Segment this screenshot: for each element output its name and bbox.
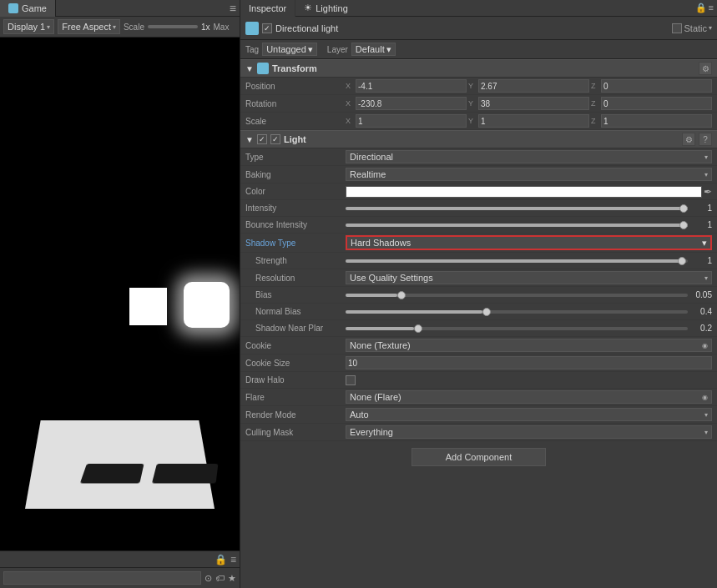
rot-x-label: X: [346, 99, 354, 108]
cookie-label: Cookie: [245, 341, 346, 350]
render-mode-select[interactable]: Auto ▾: [346, 408, 712, 421]
layer-select[interactable]: Default ▾: [351, 43, 396, 56]
cookie-size-row: Cookie Size: [240, 354, 717, 372]
shadow-near-slider[interactable]: [346, 327, 688, 330]
cookie-size-input[interactable]: [346, 356, 712, 369]
active-checkbox[interactable]: [262, 23, 272, 33]
search-icon[interactable]: ⊙: [204, 573, 212, 584]
baking-select[interactable]: Realtime ▾: [346, 168, 712, 181]
cookie-select[interactable]: None (Texture) ◉: [346, 339, 712, 352]
flare-row: Flare None (Flare) ◉: [240, 389, 717, 406]
tab-lock-icon[interactable]: 🔒: [695, 3, 707, 13]
shadow-near-value: 0.2: [346, 324, 712, 333]
inspector-tab-bar: Inspector ☀ Lighting 🔒 ≡: [240, 0, 717, 17]
menu-icon[interactable]: ≡: [230, 554, 236, 565]
bias-slider[interactable]: [346, 294, 688, 297]
bounce-slider[interactable]: [346, 224, 688, 227]
intensity-thumb[interactable]: [679, 204, 688, 213]
rotation-y-input[interactable]: [478, 97, 589, 110]
light-settings-icon[interactable]: ⚙: [682, 133, 695, 146]
transform-title: Transform: [272, 63, 695, 73]
star-icon[interactable]: ★: [228, 573, 236, 584]
shadow-near-thumb[interactable]: [414, 324, 422, 333]
flare-select-label: None (Flare): [350, 392, 401, 402]
cookie-arrow-icon: ◉: [702, 342, 708, 349]
light-section-icons: ⚙ ?: [682, 133, 712, 146]
shadow-type-label: Shadow Type: [245, 239, 346, 248]
rotation-label: Rotation: [245, 99, 346, 108]
shadow-type-select-label: Hard Shadows: [351, 238, 411, 248]
normal-bias-thumb[interactable]: [482, 308, 491, 316]
normal-bias-row: Normal Bias 0.4: [240, 304, 717, 320]
game-tab-menu[interactable]: ≡: [226, 2, 240, 15]
light-enabled-checkbox[interactable]: [270, 134, 280, 144]
rotation-z-input[interactable]: [601, 97, 712, 110]
light-help-icon[interactable]: ?: [699, 133, 712, 146]
color-picker[interactable]: [346, 186, 702, 198]
scale-slider[interactable]: [148, 25, 198, 28]
aspect-select[interactable]: Free Aspect ▾: [58, 19, 120, 34]
normal-bias-slider[interactable]: [346, 310, 688, 314]
position-y-input[interactable]: [478, 79, 589, 93]
scale-z-label: Z: [591, 117, 599, 125]
static-arrow-icon[interactable]: ▾: [709, 24, 712, 32]
type-select[interactable]: Directional ▾: [346, 150, 712, 163]
scale-z-input[interactable]: [601, 114, 712, 128]
scale-x-input[interactable]: [356, 114, 467, 128]
game-tab[interactable]: Game: [0, 0, 56, 17]
white-object-small: [129, 288, 167, 325]
shadow-type-select[interactable]: Hard Shadows ▾: [346, 235, 712, 250]
draw-halo-checkbox[interactable]: [346, 375, 356, 385]
game-toolbar: Display 1 ▾ Free Aspect ▾ Scale 1x Max: [0, 17, 240, 38]
light-active-checkbox[interactable]: [257, 134, 267, 144]
lighting-tab-label: Lighting: [316, 3, 348, 13]
strength-slider[interactable]: [346, 259, 688, 263]
tag-arrow-icon: ▾: [308, 44, 313, 55]
shadow-near-value-label: 0.2: [691, 324, 712, 333]
game-viewport: [0, 38, 240, 550]
cookie-value: None (Texture) ◉: [346, 339, 712, 352]
bounce-thumb[interactable]: [679, 221, 688, 229]
lighting-tab[interactable]: ☀ Lighting: [295, 0, 356, 17]
inspector-tab[interactable]: Inspector: [240, 0, 295, 17]
rotation-x-input[interactable]: [356, 97, 467, 110]
tag-icon[interactable]: 🏷: [215, 573, 225, 583]
intensity-value: 1: [346, 204, 712, 213]
resolution-select-label: Use Quality Settings: [350, 273, 433, 283]
position-x-input[interactable]: [356, 79, 467, 93]
baking-select-label: Realtime: [350, 169, 386, 179]
color-dropper-icon[interactable]: ✒: [704, 186, 712, 198]
culling-mask-select-label: Everything: [350, 427, 393, 437]
static-checkbox[interactable]: [672, 23, 682, 33]
lock-icon[interactable]: 🔒: [215, 554, 227, 565]
inspector-tab-label: Inspector: [249, 3, 286, 13]
baking-label: Baking: [245, 170, 346, 179]
layer-label: Layer: [327, 45, 348, 54]
bias-label: Bias: [245, 290, 346, 299]
resolution-select[interactable]: Use Quality Settings ▾: [346, 271, 712, 284]
culling-mask-select[interactable]: Everything ▾: [346, 425, 712, 439]
shadow-near-row: Shadow Near Plar 0.2: [240, 320, 717, 337]
scale-prop-label: Scale: [245, 117, 346, 126]
search-input[interactable]: [3, 571, 201, 585]
display-select[interactable]: Display 1 ▾: [3, 19, 54, 34]
light-arrow-icon[interactable]: ▼: [245, 135, 254, 144]
position-value: X Y Z: [346, 79, 712, 93]
transform-settings-icon[interactable]: ⚙: [699, 62, 712, 75]
intensity-slider[interactable]: [346, 207, 688, 210]
position-z-input[interactable]: [601, 79, 712, 93]
scale-y-input[interactable]: [478, 114, 589, 128]
flare-select[interactable]: None (Flare) ◉: [346, 390, 712, 404]
tag-select[interactable]: Untagged ▾: [262, 43, 317, 56]
add-component-button[interactable]: Add Component: [412, 448, 547, 466]
tab-menu-icon[interactable]: ≡: [709, 3, 714, 13]
transform-arrow-icon[interactable]: ▼: [245, 64, 254, 73]
bias-thumb[interactable]: [397, 291, 406, 299]
resolution-arrow-icon: ▾: [704, 274, 708, 282]
position-row: Position X Y Z: [240, 78, 717, 95]
culling-mask-row: Culling Mask Everything ▾: [240, 424, 717, 441]
strength-thumb[interactable]: [678, 257, 686, 265]
normal-bias-value: 0.4: [346, 307, 712, 316]
object-name[interactable]: Directional light: [275, 23, 669, 33]
game-bottom-bar: 🔒 ≡: [0, 550, 240, 567]
